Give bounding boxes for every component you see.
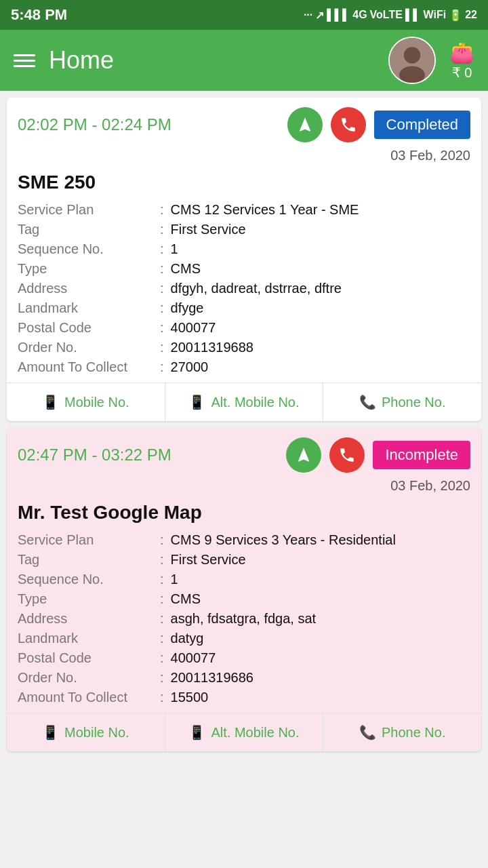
detail-value: datyg (171, 631, 470, 646)
action-label: Mobile No. (64, 725, 129, 741)
action-icon: 📱 (42, 724, 59, 741)
detail-value: 400077 (171, 320, 470, 336)
detail-row: Order No.:20011319688 (18, 338, 470, 357)
detail-row: Service Plan:CMS 9 Services 3 Years - Re… (18, 530, 470, 550)
detail-colon: : (160, 320, 164, 336)
card-2-title: Mr. Test Google Map (7, 499, 481, 530)
detail-colon: : (160, 340, 164, 355)
detail-colon: : (160, 222, 164, 237)
avatar-placeholder (390, 38, 434, 83)
detail-label: Amount To Collect (18, 359, 153, 375)
battery-level: 22 (465, 9, 477, 21)
4g-label: 4G (352, 9, 367, 21)
detail-label: Amount To Collect (18, 690, 153, 705)
card-2-status-badge[interactable]: Incomplete (373, 441, 470, 469)
detail-row: Tag:First Service (18, 550, 470, 570)
detail-row: Address:asgh, fdsatgra, fdga, sat (18, 609, 470, 629)
wallet-area[interactable]: 👛 ₹ 0 (449, 41, 474, 81)
detail-value: asgh, fdsatgra, fdga, sat (171, 611, 470, 627)
card-2-details: Service Plan:CMS 9 Services 3 Years - Re… (7, 530, 481, 713)
detail-label: Order No. (18, 670, 153, 686)
detail-label: Landmark (18, 300, 153, 316)
card-1-action-row: 📱Mobile No.📱Alt. Mobile No.📞Phone No. (7, 382, 481, 421)
detail-colon: : (160, 670, 164, 686)
detail-label: Address (18, 281, 153, 296)
action-label: Phone No. (382, 725, 446, 741)
detail-row: Landmark:datyg (18, 629, 470, 648)
detail-value: 20011319686 (171, 670, 470, 686)
action-icon: 📱 (188, 724, 205, 741)
detail-colon: : (160, 690, 164, 705)
detail-label: Service Plan (18, 532, 153, 548)
action-label: Alt. Mobile No. (211, 725, 299, 741)
card-2-header: 02:47 PM - 03:22 PMIncomplete (7, 428, 481, 478)
detail-label: Landmark (18, 631, 153, 646)
app-bar-left: Home (14, 46, 114, 75)
card-2-action-1[interactable]: 📱Mobile No. (7, 713, 165, 751)
card-1-action-3[interactable]: 📞Phone No. (323, 383, 481, 421)
card-2-icons: Incomplete (286, 437, 470, 473)
detail-value: CMS 9 Services 3 Years - Residential (171, 532, 470, 548)
card-2: 02:47 PM - 03:22 PMIncomplete03 Feb, 202… (7, 428, 481, 751)
detail-row: Amount To Collect:15500 (18, 688, 470, 707)
card-2-action-3[interactable]: 📞Phone No. (323, 713, 481, 751)
action-label: Mobile No. (64, 395, 129, 410)
detail-colon: : (160, 611, 164, 627)
detail-row: Order No.:20011319686 (18, 668, 470, 688)
card-1-status-badge[interactable]: Completed (374, 111, 470, 139)
detail-row: Service Plan:CMS 12 Services 1 Year - SM… (18, 200, 470, 220)
hamburger-menu[interactable] (14, 54, 35, 67)
signal-icon: ··· (304, 9, 312, 21)
wallet-amount: ₹ 0 (452, 64, 472, 81)
detail-label: Type (18, 261, 153, 277)
card-2-action-2[interactable]: 📱Alt. Mobile No. (165, 713, 324, 751)
detail-colon: : (160, 281, 164, 296)
wifi-icon: WiFi (424, 9, 447, 21)
detail-row: Address:dfgyh, dadreat, dstrrae, dftre (18, 279, 470, 298)
detail-label: Sequence No. (18, 572, 153, 587)
detail-label: Tag (18, 552, 153, 568)
detail-row: Tag:First Service (18, 220, 470, 239)
detail-row: Type:CMS (18, 589, 470, 609)
wallet-icon: 👛 (449, 41, 474, 64)
detail-value: dfgyh, dadreat, dstrrae, dftre (171, 281, 470, 296)
action-icon: 📞 (359, 394, 376, 410)
app-title: Home (49, 46, 114, 75)
detail-row: Sequence No.:1 (18, 239, 470, 259)
card-1-icons: Completed (287, 107, 470, 142)
user-avatar[interactable] (388, 37, 436, 84)
volte-icon: VoLTE (370, 9, 403, 21)
detail-label: Service Plan (18, 202, 153, 218)
card-1-nav-icon[interactable] (287, 107, 323, 142)
detail-colon: : (160, 591, 164, 607)
card-2-action-row: 📱Mobile No.📱Alt. Mobile No.📞Phone No. (7, 713, 481, 751)
action-label: Alt. Mobile No. (211, 395, 299, 410)
network-icon: ▌▌▌ (327, 9, 350, 21)
content-area: 02:02 PM - 02:24 PMCompleted03 Feb, 2020… (0, 91, 488, 758)
detail-value: CMS 12 Services 1 Year - SME (171, 202, 470, 218)
card-1-action-2[interactable]: 📱Alt. Mobile No. (165, 383, 324, 421)
detail-value: 400077 (171, 650, 470, 666)
detail-row: Postal Code:400077 (18, 648, 470, 668)
detail-row: Postal Code:400077 (18, 318, 470, 338)
status-bar: 5:48 PM ··· ↗ ▌▌▌ 4G VoLTE ▌▌ WiFi 🔋 22 (0, 0, 488, 30)
action-icon: 📱 (42, 394, 59, 410)
card-1-action-1[interactable]: 📱Mobile No. (7, 383, 165, 421)
svg-point-2 (399, 66, 425, 83)
detail-value: First Service (171, 222, 470, 237)
detail-label: Sequence No. (18, 241, 153, 257)
detail-colon: : (160, 532, 164, 548)
navigation-icon: ↗ (315, 9, 324, 22)
detail-row: Amount To Collect:27000 (18, 357, 470, 377)
card-1-title: SME 250 (7, 169, 481, 200)
detail-value: 20011319688 (171, 340, 470, 355)
avatar-svg (390, 37, 434, 84)
detail-colon: : (160, 359, 164, 375)
detail-label: Order No. (18, 340, 153, 355)
detail-label: Type (18, 591, 153, 607)
card-2-call-icon[interactable] (329, 437, 365, 473)
action-icon: 📱 (188, 394, 205, 410)
detail-value: dfyge (171, 300, 470, 316)
card-1-call-icon[interactable] (331, 107, 366, 142)
card-2-nav-icon[interactable] (286, 437, 321, 473)
